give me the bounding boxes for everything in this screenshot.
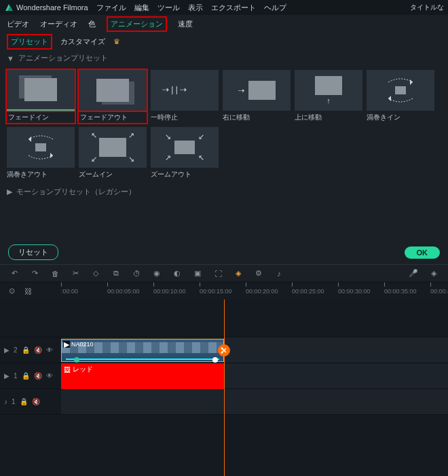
svg-rect-4 [395,86,406,94]
cut-icon[interactable]: ✂ [71,269,80,278]
preset-swirl-out[interactable]: 渦巻きアウト [7,127,75,180]
lock-icon[interactable]: 🔒 [20,398,28,405]
tab-speed[interactable]: 速度 [178,19,193,29]
subtab-preset[interactable]: プリセット [7,34,52,50]
clip-label: NA0210 [71,341,94,348]
mute-icon[interactable]: 🔇 [34,372,42,380]
svg-marker-6 [29,136,31,142]
section-motion-preset[interactable]: ▶ モーションプリセット（レガシー） [0,184,448,200]
color-icon[interactable]: ◐ [172,269,182,278]
preset-label: 上に移動 [295,111,362,123]
svg-marker-5 [388,96,391,101]
keyframe-dot[interactable] [74,357,79,363]
preset-label: フェードイン [7,111,75,123]
preset-label: 一時停止 [151,111,219,123]
tab-color[interactable]: 色 [88,19,96,29]
menu-help[interactable]: ヘルプ [264,3,286,13]
marker-icon[interactable]: ◈ [429,269,438,278]
reset-button[interactable]: リセット [8,244,58,260]
delete-icon[interactable]: 🗑 [50,269,60,278]
swirl-in-icon [380,75,421,105]
menu-edit[interactable]: 編集 [134,3,149,13]
tick-label: 00:00:30:00 [338,288,371,295]
image-icon: 🖼 [64,366,71,373]
timeline-toolbar: ↶ ↷ 🗑 ✂ ◇ ⧉ ⏱ ◉ ◐ ▣ ⛶ ◈ ⚙ ♪ 🎤 ◈ [0,264,448,282]
preset-label: ズームイン [79,168,147,180]
record-icon[interactable]: ◉ [152,269,162,278]
pause-icon: ⇢ | | ⇢ [161,80,208,100]
speed-icon[interactable]: ⏱ [132,269,141,278]
preset-fade-in[interactable]: フェードイン [7,70,75,123]
lock-icon[interactable]: 🔒 [22,372,30,380]
keyframe-dot[interactable] [212,357,218,363]
preset-move-up[interactable]: ↑ 上に移動 [295,70,362,123]
svg-marker-8 [50,153,53,158]
keyframe-icon[interactable]: ◈ [234,269,243,278]
arrow-sw-icon: ↙ [198,132,204,141]
menu-file[interactable]: ファイル [96,3,126,13]
app-logo: Wondershare Filmora [4,3,88,12]
tick-label: :00:00 [61,288,78,295]
filmora-logo-icon [4,3,14,12]
mute-icon[interactable]: 🔇 [32,398,40,405]
lock-icon[interactable]: 🔒 [22,346,30,354]
undo-icon[interactable]: ↶ [10,269,19,278]
redo-icon[interactable]: ↷ [30,269,39,278]
preset-swirl-in[interactable]: 渦巻きイン [367,70,434,123]
preset-label: 渦巻きアウト [7,168,75,180]
scale-icon[interactable]: ▣ [193,269,202,278]
section-anim-preset[interactable]: ▼ アニメーションプリセット [0,50,448,66]
arrow-nw-icon: ↖ [91,131,97,140]
visibility-icon[interactable]: 👁 [46,372,53,380]
crown-icon: ♛ [113,37,120,46]
menu-tools[interactable]: ツール [157,3,180,13]
svg-rect-7 [35,143,46,151]
mixer-icon[interactable]: ♪ [274,269,284,278]
subtab-customize[interactable]: カスタマイズ [60,37,105,47]
playhead[interactable] [224,299,225,476]
svg-point-9 [221,348,223,350]
crop-icon[interactable]: ⧉ [111,269,121,278]
video-track-icon: ▶ [4,346,10,354]
tick-label: 00:00:25:00 [292,288,324,295]
tab-video[interactable]: ビデオ [7,19,29,29]
svg-text:⇢ | | ⇢: ⇢ | | ⇢ [162,85,187,94]
timeline: ▶ 2 🔒 🔇 👁 ▶ NA0210 ▶ ▶ 1 🔒 🔇 👁 [0,299,448,476]
menu-view[interactable]: 表示 [188,3,203,13]
preset-fade-out[interactable]: フェードアウト [79,70,147,123]
tab-audio[interactable]: オーディオ [40,19,77,29]
arrow-ne-icon: ↗ [165,153,171,162]
tick-label: 00:00:10:00 [153,288,186,295]
scissors-icon[interactable] [218,344,230,356]
link-icon[interactable]: ⛓ [23,287,33,296]
arrow-right-icon: ⇢ [238,86,244,95]
preset-label: 渦巻きイン [367,111,434,123]
mute-icon[interactable]: 🔇 [34,346,42,354]
expand-icon[interactable]: ⛶ [213,269,223,278]
animation-subtabs: プリセット カスタマイズ ♛ [0,33,448,50]
tick-label: 00:00:40:00 [430,288,448,295]
preset-zoom-in[interactable]: ↖ ↗ ↙ ↘ ズームイン [79,127,147,180]
arrow-up-icon: ↑ [326,96,331,105]
arrow-sw-icon: ↙ [91,155,97,164]
ok-button[interactable]: OK [405,246,441,259]
preset-move-right[interactable]: ⇢ 右に移動 [223,70,291,123]
video-clip[interactable]: ▶ NA0210 ▶ [61,339,224,362]
menu-export[interactable]: エクスポート [211,3,256,13]
preset-zoom-out[interactable]: ↘ ↙ ↗ ↖ ズームアウト [151,127,219,180]
tab-animation[interactable]: アニメーション [107,16,167,32]
preset-pause[interactable]: ⇢ | | ⇢ 一時停止 [151,70,219,123]
audio-icon[interactable]: 🎤 [409,269,418,278]
section-label: モーションプリセット（レガシー） [16,187,136,197]
ruler-ticks[interactable]: :00:00 00:00:05:00 00:00:10:00 00:00:15:… [61,282,448,299]
tag-icon[interactable]: ◇ [91,269,100,278]
chevron-down-icon: ▼ [7,54,14,62]
adjust-icon[interactable]: ⚙ [254,269,263,278]
red-clip[interactable]: 🖼レッド [61,363,224,389]
visibility-icon[interactable]: 👁 [46,346,53,354]
track-number: 2 [14,346,18,354]
arrow-nw-icon: ↖ [198,153,204,162]
magnet-icon[interactable]: ⊙ [7,287,16,296]
titlebar: Wondershare Filmora ファイル 編集 ツール 表示 エクスポー… [0,0,448,15]
timeline-ruler: ⊙ ⛓ :00:00 00:00:05:00 00:00:10:00 00:00… [0,282,448,299]
